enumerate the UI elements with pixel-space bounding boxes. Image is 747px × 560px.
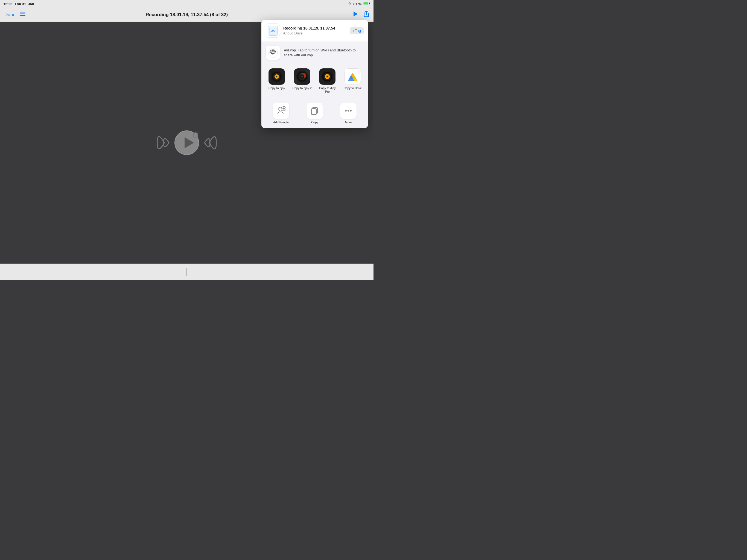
action-copy[interactable]: Copy <box>300 103 330 124</box>
svg-point-33 <box>327 76 328 77</box>
djay2-label: Copy to djay 2 <box>292 86 312 90</box>
app-item-djay2[interactable]: Copy to djay 2 <box>291 68 313 94</box>
svg-point-11 <box>194 133 198 137</box>
djay-pro-app-icon <box>319 68 335 85</box>
copy-icon-container <box>307 103 323 119</box>
airdrop-section: AirDrop. Tap to turn on Wi-Fi and Blueto… <box>261 42 368 64</box>
google-drive-icon <box>347 72 358 81</box>
battery-icon <box>363 2 370 6</box>
svg-rect-4 <box>20 14 25 15</box>
file-location: iCloud Drive <box>283 31 346 35</box>
djay-label: Copy to djay <box>268 86 285 90</box>
drive-app-icon <box>344 68 361 85</box>
status-left: 12:25 Thu 31. Jan <box>3 2 34 6</box>
audio-player <box>143 126 231 159</box>
airdrop-icon <box>266 46 280 60</box>
file-info-text: Recording 18.01.19, 11.37.54 iCloud Driv… <box>283 26 346 35</box>
file-icon-inner <box>268 26 278 35</box>
tag-button[interactable]: +Tag <box>350 27 364 34</box>
copy-icon <box>310 106 319 116</box>
add-people-icon <box>276 106 286 116</box>
more-icon-container <box>340 103 357 119</box>
app-item-drive[interactable]: Copy to Drive <box>342 68 364 94</box>
djay-pro-vinyl-icon <box>321 70 334 83</box>
nav-left: Done <box>4 12 25 18</box>
djay2-vinyl-icon <box>296 70 308 83</box>
add-people-label: Add People <box>273 121 289 124</box>
copy-label: Copy <box>311 121 318 124</box>
svg-point-13 <box>272 31 274 32</box>
battery-percent: 81 % <box>353 2 361 6</box>
nav-title: Recording 18.01.19, 11.37.54 (8 of 32) <box>146 12 228 18</box>
airdrop-text: AirDrop. Tap to turn on Wi-Fi and Blueto… <box>284 48 364 58</box>
svg-rect-43 <box>311 108 316 114</box>
nav-right <box>352 11 369 19</box>
svg-point-46 <box>350 110 352 111</box>
djay2-app-icon <box>294 68 310 85</box>
djay-vinyl-icon <box>271 70 283 83</box>
svg-rect-1 <box>369 3 370 4</box>
svg-rect-5 <box>20 15 25 16</box>
drive-label: Copy to Drive <box>343 86 362 90</box>
actions-grid: Add People Copy <box>266 103 364 124</box>
svg-rect-2 <box>364 2 368 5</box>
status-bar: 12:25 Thu 31. Jan ✈ 81 % <box>0 0 374 8</box>
more-label: More <box>345 121 352 124</box>
svg-marker-6 <box>354 11 358 17</box>
share-button[interactable] <box>364 11 369 19</box>
play-button[interactable] <box>352 11 358 19</box>
airplane-icon: ✈ <box>349 2 352 6</box>
app-item-djay[interactable]: Copy to djay <box>266 68 288 94</box>
share-sheet: Recording 18.01.19, 11.37.54 iCloud Driv… <box>261 20 368 128</box>
svg-rect-3 <box>20 12 25 12</box>
file-name: Recording 18.01.19, 11.37.54 <box>283 26 346 30</box>
more-icon <box>343 106 353 116</box>
app-item-djay-pro[interactable]: Copy to djay Pro <box>316 68 338 94</box>
svg-point-27 <box>302 76 302 77</box>
time-display: 12:25 <box>3 2 12 6</box>
djay-app-icon <box>268 68 285 85</box>
date-display: Thu 31. Jan <box>15 2 34 6</box>
svg-point-44 <box>345 110 347 111</box>
timeline-indicator <box>186 268 187 276</box>
file-icon <box>266 24 280 38</box>
svg-point-20 <box>276 76 277 77</box>
add-people-icon-container <box>273 103 289 119</box>
audio-waveform-icon <box>143 126 231 159</box>
status-right: ✈ 81 % <box>349 2 370 6</box>
svg-point-45 <box>347 110 349 111</box>
app-grid: Copy to djay Copy to djay 2 <box>266 68 364 94</box>
actions-section: Add People Copy <box>261 98 368 128</box>
djay-pro-label: Copy to djay Pro <box>316 86 338 94</box>
action-add-people[interactable]: Add People <box>266 103 296 124</box>
list-icon[interactable] <box>20 12 25 18</box>
done-button[interactable]: Done <box>4 12 16 18</box>
app-grid-section: Copy to djay Copy to djay 2 <box>261 64 368 98</box>
bottom-bar <box>0 263 374 280</box>
audio-file-icon <box>269 27 277 34</box>
airdrop-wifi-icon <box>268 48 278 58</box>
file-info-section: Recording 18.01.19, 11.37.54 iCloud Driv… <box>261 20 368 42</box>
action-more[interactable]: More <box>333 103 364 124</box>
